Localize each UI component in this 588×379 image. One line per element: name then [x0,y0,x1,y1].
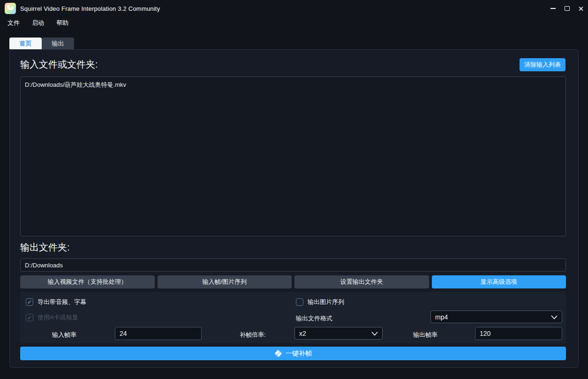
menu-bar: 文件 启动 帮助 [0,17,588,29]
output-section-label: 输出文件夹: [20,241,70,254]
output-format-label: 输出文件格式 [296,314,332,323]
checkbox-output-image-sequence[interactable]: 输出图片序列 [296,297,344,307]
menu-item-start[interactable]: 启动 [32,19,44,27]
output-format-value: mp4 [435,313,448,321]
output-folder-input[interactable] [20,258,566,272]
checkbox-label: 导出带音频、字幕 [38,298,86,306]
app-logo-icon [5,3,16,14]
output-format-select[interactable]: mp4 [430,311,562,323]
main-panel: 输入文件或文件夹: 清除输入列表 D:/Downloads/葫芦娃大战奥特曼.m… [9,49,579,368]
output-fps-field[interactable] [475,327,562,340]
close-button[interactable]: ✕ [574,0,588,17]
input-fps-field[interactable] [115,327,202,340]
chevron-down-icon [551,313,558,321]
tab-home[interactable]: 首页 [9,38,42,49]
minimize-icon [550,8,556,9]
input-frames-button[interactable]: 输入帧/图片序列 [158,275,292,288]
action-button-row: 输入视频文件（支持批处理） 输入帧/图片序列 设置输出文件夹 显示高级选项 [20,275,566,288]
window-title: Squirrel Video Frame Interpolation 3.2 C… [20,5,160,12]
diamond-facets-icon [274,349,282,357]
show-advanced-options-button[interactable]: 显示高级选项 [432,275,566,288]
checkbox-use-amd-or-igpu: ✓ 使用A卡或核显 [26,313,78,322]
input-fps-label: 输入帧率 [52,331,76,339]
input-section-label: 输入文件或文件夹: [20,58,98,71]
tab-output[interactable]: 输出 [42,38,74,49]
multiplier-value: x2 [299,330,306,337]
run-button-label: 一键补帧 [286,349,312,358]
checkbox-unchecked-icon [296,298,303,306]
multiplier-select[interactable]: x2 [294,327,383,340]
maximize-icon [565,6,570,11]
title-bar: Squirrel Video Frame Interpolation 3.2 C… [0,0,588,17]
checkbox-export-audio-subtitles[interactable]: ✓ 导出带音频、字幕 [26,297,86,307]
checkbox-label: 输出图片序列 [308,298,344,306]
chevron-down-icon [371,330,378,337]
input-file-list[interactable]: D:/Downloads/葫芦娃大战奥特曼.mkv [20,76,566,236]
advanced-options-panel: ✓ 导出带音频、字幕 ✓ 使用A卡或核显 输出图片序列 输出文件格式 mp4 输… [20,292,566,343]
checkbox-checked-icon: ✓ [26,298,33,306]
set-output-folder-button[interactable]: 设置输出文件夹 [294,275,429,288]
file-list-item[interactable]: D:/Downloads/葫芦娃大战奥特曼.mkv [25,80,561,89]
input-video-button[interactable]: 输入视频文件（支持批处理） [20,275,155,288]
one-click-interpolate-button[interactable]: 一键补帧 [20,347,566,360]
minimize-button[interactable] [546,0,560,17]
checkbox-checked-icon: ✓ [26,314,33,321]
window-controls: ✕ [546,0,588,17]
menu-item-file[interactable]: 文件 [8,19,20,27]
tab-bar: 首页 输出 [9,38,74,49]
checkbox-label: 使用A卡或核显 [38,313,78,322]
clear-input-list-button[interactable]: 清除输入列表 [520,58,565,71]
multiplier-label: 补帧倍率: [240,331,266,339]
menu-item-help[interactable]: 帮助 [56,19,68,27]
maximize-button[interactable] [560,0,574,17]
close-icon: ✕ [578,5,584,12]
output-fps-label: 输出帧率 [413,331,437,339]
